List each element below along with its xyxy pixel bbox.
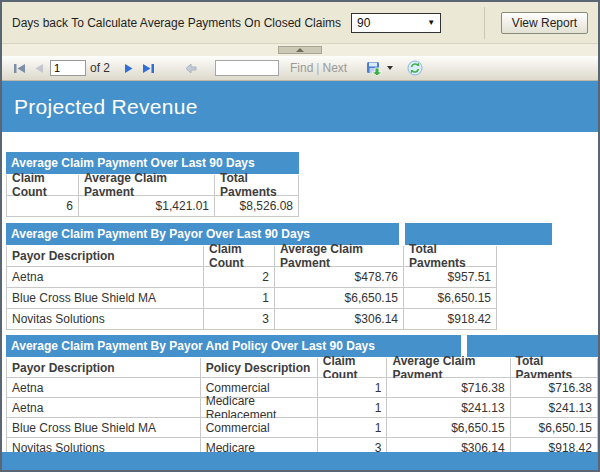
last-page-icon: [142, 63, 155, 74]
table-row: Aetna Medicare Replacement 1 $241.13 $24…: [6, 398, 598, 418]
report-title: Projected Revenue: [14, 95, 198, 119]
payor-cell: Aetna: [6, 267, 204, 288]
find-next-link[interactable]: Next: [322, 61, 347, 75]
parameter-label: Days back To Calculate Average Payments …: [12, 16, 341, 30]
report-body: Average Claim Payment Over Last 90 Days …: [2, 132, 598, 458]
divider: [484, 7, 485, 39]
page-count-label: of 2: [90, 61, 110, 75]
total-payments-cell: $716.38: [511, 378, 598, 398]
total-payments-cell: $8,526.08: [215, 196, 299, 217]
payor-cell: Blue Cross Blue Shield MA: [6, 288, 204, 309]
find-text-input[interactable]: [215, 60, 279, 76]
back-to-parent-button[interactable]: [181, 56, 201, 80]
column-header: Payor Description: [6, 358, 201, 378]
report-banner: Projected Revenue: [2, 81, 598, 132]
report-viewer-window: Days back To Calculate Average Payments …: [0, 0, 600, 472]
table-row: Novitas Solutions 3 $306.14 $918.42: [6, 309, 598, 330]
column-header: Policy Description: [201, 358, 318, 378]
avg-payment-cell: $306.14: [275, 309, 404, 330]
previous-page-button[interactable]: [30, 56, 48, 80]
next-page-button[interactable]: [120, 56, 138, 80]
total-payments-cell: $957.51: [404, 267, 497, 288]
table-row: Blue Cross Blue Shield MA 1 $6,650.15 $6…: [6, 288, 598, 309]
column-header: Average Claim Payment: [275, 246, 404, 267]
table-row: 6 $1,421.01 $8,526.08: [6, 196, 598, 217]
current-page-input[interactable]: [50, 60, 86, 76]
policy-cell: Commercial: [201, 418, 318, 438]
table-header-row: Payor Description Policy Description Cla…: [6, 358, 598, 378]
payor-cell: Novitas Solutions: [6, 309, 204, 330]
column-header: Total Payments: [511, 358, 598, 378]
table-header-row: Payor Description Claim Count Average Cl…: [6, 246, 598, 267]
first-page-icon: [13, 63, 26, 74]
claim-count-cell: 1: [318, 398, 388, 418]
clipped-next-table-title-band: [2, 452, 598, 470]
table-row: Aetna 2 $478.76 $957.51: [6, 267, 598, 288]
table-row: Blue Cross Blue Shield MA Commercial 1 $…: [6, 418, 598, 438]
parameter-collapse-strip: [2, 44, 598, 56]
next-page-icon: [124, 63, 134, 74]
find-link[interactable]: Find: [290, 61, 313, 75]
previous-page-icon: [34, 63, 44, 74]
claim-count-cell: 1: [318, 378, 388, 398]
column-header: Claim Count: [6, 175, 79, 196]
avg-payment-cell: $6,650.15: [387, 418, 510, 438]
chevron-down-icon: ▼: [427, 18, 435, 27]
total-payments-cell: $918.42: [404, 309, 497, 330]
chevron-down-icon: [387, 66, 393, 70]
avg-payment-cell: $478.76: [275, 267, 404, 288]
policy-cell: Medicare Replacement: [201, 398, 318, 418]
payor-cell: Blue Cross Blue Shield MA: [6, 418, 201, 438]
refresh-icon: [407, 60, 423, 76]
by-payor-table: Average Claim Payment By Payor Over Last…: [6, 223, 598, 330]
chevron-up-icon: [296, 48, 304, 52]
payor-cell: Aetna: [6, 398, 201, 418]
refresh-button[interactable]: [407, 60, 423, 76]
total-payments-cell: $241.13: [511, 398, 598, 418]
column-header: Claim Count: [204, 246, 275, 267]
parameter-bar: Days back To Calculate Average Payments …: [2, 2, 598, 44]
column-header: Total Payments: [215, 175, 299, 196]
last-page-button[interactable]: [138, 56, 159, 80]
column-header: Average Claim Payment: [387, 358, 510, 378]
claim-count-cell: 1: [318, 418, 388, 438]
table-header-row: Claim Count Average Claim Payment Total …: [6, 175, 598, 196]
column-header: Average Claim Payment: [79, 175, 215, 196]
column-header: Payor Description: [6, 246, 204, 267]
claim-count-cell: 3: [204, 309, 275, 330]
dropdown-selected-value: 90: [357, 16, 370, 30]
column-header: Total Payments: [404, 246, 497, 267]
export-dropdown-button[interactable]: [366, 61, 393, 76]
by-payor-policy-table: Average Claim Payment By Payor And Polic…: [6, 335, 598, 458]
view-report-button[interactable]: View Report: [501, 12, 588, 34]
payor-cell: Aetna: [6, 378, 201, 398]
claim-count-cell: 2: [204, 267, 275, 288]
avg-payment-cell: $6,650.15: [275, 288, 404, 309]
back-arrow-icon: [185, 63, 197, 74]
export-save-icon: [366, 61, 383, 76]
first-page-button[interactable]: [9, 56, 30, 80]
total-payments-cell: $6,650.15: [511, 418, 598, 438]
total-payments-cell: $6,650.15: [404, 288, 497, 309]
avg-payment-cell: $716.38: [387, 378, 510, 398]
avg-payment-cell: $1,421.01: [79, 196, 215, 217]
report-toolbar: of 2 Find | Next: [2, 56, 598, 81]
avg-payment-cell: $241.13: [387, 398, 510, 418]
collapse-parameters-handle[interactable]: [278, 46, 322, 54]
column-header: Claim Count: [318, 358, 388, 378]
find-next-separator: |: [316, 61, 319, 75]
claim-count-cell: 1: [204, 288, 275, 309]
summary-table: Average Claim Payment Over Last 90 Days …: [6, 152, 598, 217]
claim-count-cell: 6: [6, 196, 79, 217]
days-back-dropdown[interactable]: 90 ▼: [351, 13, 441, 33]
